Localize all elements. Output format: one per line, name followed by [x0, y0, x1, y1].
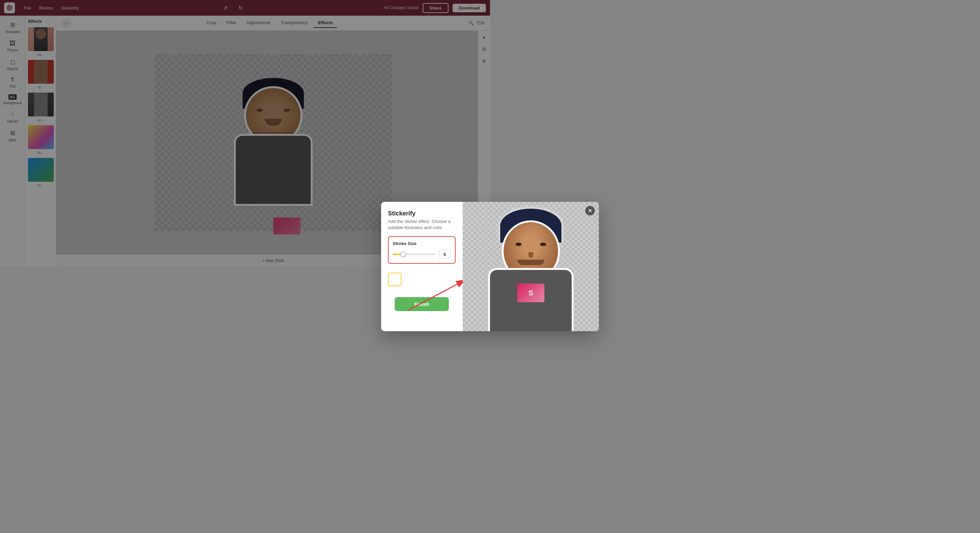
- modal-preview: S: [463, 202, 490, 266]
- modal-title-area: Stickerify Add the sticker effect. Choos…: [388, 210, 456, 231]
- modal-body: Stickerify Add the sticker effect. Choos…: [381, 202, 490, 266]
- stroke-value: 5: [439, 250, 451, 259]
- stickerify-modal: ✕ Stickerify Add the sticker effect. Cho…: [381, 202, 490, 266]
- preview-person: S: [483, 202, 490, 266]
- modal-overlay: ✕ Stickerify Add the sticker effect. Cho…: [0, 0, 490, 266]
- modal-title: Stickerify: [388, 210, 456, 217]
- stroke-row: 5: [393, 250, 451, 259]
- stroke-size-label: Stroke Size: [393, 241, 451, 246]
- stroke-slider[interactable]: [393, 254, 435, 255]
- modal-subtitle: Add the sticker effect. Choose a suitabl…: [388, 218, 456, 231]
- stroke-size-section: Stroke Size 5: [388, 236, 456, 264]
- modal-left-panel: Stickerify Add the sticker effect. Choos…: [381, 202, 463, 266]
